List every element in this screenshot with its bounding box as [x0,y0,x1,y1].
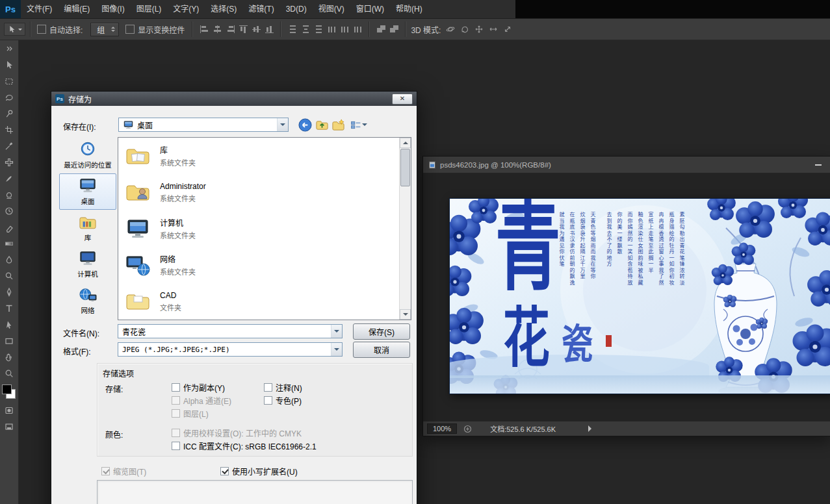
file-row-administrator[interactable]: Administrator 系统文件夹 [121,175,385,210]
crop-tool[interactable] [0,121,18,138]
canvas-image[interactable]: 青 花 瓷 素胚勾勒出青花笔锋浓转淡 瓶身描绘的牡丹一如你初妆 冉冉檀香透过窗心… [449,198,830,394]
status-menu-arrow-icon[interactable] [588,425,595,432]
create-new-folder-button[interactable] [330,118,346,132]
expand-panel-icon[interactable] [0,40,18,57]
distribute-left-edges-icon[interactable] [328,25,336,33]
align-left-edges-icon[interactable] [200,25,209,33]
auto-select-checkbox[interactable] [37,25,46,34]
dropdown-arrow-icon[interactable] [331,325,342,338]
lowercase-extension-checkbox[interactable] [220,467,229,475]
clone-stamp-tool[interactable] [0,186,18,203]
menu-image[interactable]: 图像(I) [96,0,130,18]
file-row-libraries[interactable]: 库 系统文件夹 [121,138,385,173]
align-vertical-centers-icon[interactable] [252,25,261,33]
quick-mask-icon[interactable] [0,402,18,418]
menu-layer[interactable]: 图层(L) [131,0,168,18]
view-menu-button[interactable] [346,118,370,132]
screen-mode-icon[interactable] [0,418,18,435]
auto-blend-layers-icon[interactable] [390,25,398,33]
save-button[interactable]: 保存(S) [353,323,410,340]
menu-3d[interactable]: 3D(D) [280,0,313,18]
save-in-dropdown[interactable]: 桌面 [118,118,289,132]
hand-tool[interactable] [0,349,18,365]
wave-band [450,375,830,394]
rectangle-tool[interactable] [0,333,18,349]
distribute-vertical-centers-icon[interactable] [302,25,310,33]
spot-colors-checkbox[interactable] [264,396,272,405]
as-copy-checkbox[interactable] [172,383,180,392]
scrollbar[interactable] [399,138,411,320]
auto-align-layers-icon[interactable] [377,25,385,33]
menu-type[interactable]: 文字(Y) [167,0,205,18]
distribute-top-edges-icon[interactable] [289,25,297,33]
dropdown-arrow-icon[interactable] [277,118,288,131]
minimize-icon[interactable] [811,161,825,169]
cancel-button[interactable]: 取消 [353,342,410,358]
zoom-tool[interactable] [0,365,18,381]
lasso-tool[interactable] [0,89,18,105]
dodge-tool[interactable] [0,268,18,284]
rectangular-marquee-tool[interactable] [0,73,18,89]
menu-edit[interactable]: 编辑(E) [58,0,96,18]
3d-rotate-icon[interactable] [446,25,455,34]
3d-slide-icon[interactable] [489,25,498,34]
auto-select-dropdown[interactable]: 组 [90,23,119,36]
annotations-checkbox[interactable] [264,383,272,392]
move-tool[interactable] [0,57,18,73]
path-selection-tool[interactable] [0,316,18,333]
scroll-up-icon[interactable] [400,138,411,148]
place-computer[interactable]: 计算机 [59,246,116,283]
menu-view[interactable]: 视图(V) [313,0,350,18]
file-name: Administrator [160,182,206,191]
align-right-edges-icon[interactable] [226,25,235,33]
back-button[interactable] [297,118,313,132]
file-row-computer[interactable]: 计算机 系统文件夹 [121,211,385,246]
place-network[interactable]: 网络 [59,283,116,319]
3d-drag-icon[interactable] [474,25,484,34]
align-horizontal-centers-icon[interactable] [213,25,222,33]
file-row-network[interactable]: 网络 系统文件夹 [121,247,385,283]
dialog-title-bar[interactable]: Ps 存储为 [51,92,417,106]
history-brush-tool[interactable] [0,203,18,219]
place-desktop[interactable]: 桌面 [59,173,116,210]
dialog-ps-icon: Ps [55,94,64,103]
3d-scale-icon[interactable] [503,25,512,34]
scrollbar-thumb[interactable] [400,149,410,186]
brush-tool[interactable] [0,170,18,186]
foreground-color-swatch[interactable] [2,384,12,394]
gradient-tool[interactable] [0,235,18,251]
eraser-tool[interactable] [0,219,18,235]
dropdown-arrow-icon[interactable] [331,343,342,356]
foreground-background-colors[interactable] [0,381,18,402]
zoom-level-field[interactable]: 100% [427,423,457,434]
place-libraries[interactable]: 库 [59,210,116,246]
eyedropper-tool[interactable] [0,138,18,154]
distribute-bottom-edges-icon[interactable] [315,25,323,33]
align-top-edges-icon[interactable] [239,25,248,33]
spot-healing-brush-tool[interactable] [0,154,18,170]
document-tab[interactable]: psds46203.jpg @ 100%(RGB/8#) [423,157,830,173]
file-row-cad[interactable]: CAD 文件夹 [121,284,385,319]
close-icon[interactable] [392,94,413,105]
3d-roll-icon[interactable] [460,25,469,34]
tool-preset-picker[interactable] [4,23,25,36]
distribute-horizontal-centers-icon[interactable] [341,25,349,33]
scroll-down-icon[interactable] [400,309,411,320]
up-one-level-button[interactable] [314,118,330,132]
format-dropdown[interactable]: JPEG (*.JPG;*.JPEG;*.JPE) [118,342,343,357]
menu-file[interactable]: 文件(F) [21,0,58,18]
align-bottom-edges-icon[interactable] [265,25,274,33]
menu-filter[interactable]: 滤镜(T) [242,0,279,18]
quick-selection-tool[interactable] [0,105,18,121]
menu-help[interactable]: 帮助(H) [390,0,428,18]
blur-tool[interactable] [0,251,18,268]
menu-select[interactable]: 选择(S) [205,0,242,18]
menu-window[interactable]: 窗口(W) [350,0,390,18]
icc-profile-checkbox[interactable] [172,442,180,450]
horizontal-type-tool[interactable] [0,300,18,316]
pen-tool[interactable] [0,284,18,300]
distribute-right-edges-icon[interactable] [354,25,362,33]
place-recent[interactable]: 最近访问的位置 [59,137,116,173]
filename-input[interactable]: 青花瓷 [118,324,343,338]
show-transform-checkbox[interactable] [125,25,135,34]
